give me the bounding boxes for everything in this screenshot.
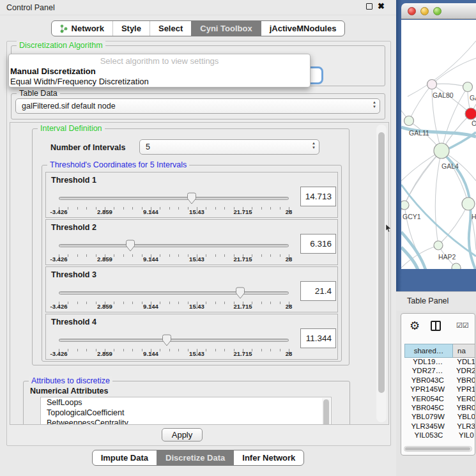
cyni-bottom-tabs: Impute DataDiscretize DataInfer Network [0,450,396,466]
algorithm-option-manual-discretization[interactable]: Manual Discretization [10,66,309,77]
cell-name: YLR3 [451,422,475,431]
network-node-gal80[interactable] [427,80,437,89]
table-horizontal-scrollbar[interactable] [404,446,472,452]
slider-track[interactable] [59,291,289,295]
table-data-group-title: Table Data [17,89,60,98]
threshold-slider[interactable] [59,192,289,206]
tab-label: Network [72,24,104,33]
network-node-gal11[interactable] [404,116,414,126]
cell-name: YDR2 [450,367,475,376]
network-node-gal4[interactable] [434,143,449,158]
checkbox-icons[interactable]: ☑☑ [456,321,469,330]
bottom-tab-impute-data[interactable]: Impute Data [93,450,157,465]
network-edge[interactable] [432,58,476,84]
cell-name: YBR0 [450,376,475,385]
network-edge[interactable] [409,84,432,121]
network-node-ga[interactable] [463,82,473,92]
table-row[interactable]: YBR043CYBR0 [404,376,475,385]
float-window-icon[interactable] [366,3,372,10]
network-node-c[interactable] [465,108,476,119]
tab-label: Select [158,24,183,33]
network-node[interactable] [452,263,461,269]
slider-thumb-icon[interactable] [162,334,172,346]
control-panel-tabs: NetworkStyleSelectCyni ToolboxjActiveMNo… [0,20,396,36]
threshold-value-input[interactable]: 6.316 [300,234,336,254]
zoom-traffic-light-icon[interactable] [433,7,441,15]
table-row[interactable]: YIL053CYIL0 [404,431,475,440]
threshold-slider[interactable] [59,287,289,301]
algorithm-group-title: Discretization Algorithm [17,41,105,50]
table-row[interactable]: YBL079WYBL0 [404,413,475,422]
threshold-slider[interactable] [59,334,289,348]
threshold-value-input[interactable]: 21.4 [300,281,336,301]
tab-label: jActiveMNodules [270,24,337,33]
list-scrollbar-thumb[interactable] [323,399,329,425]
table-data-combo[interactable]: galFiltered.sif default node ▲▼ [15,98,380,114]
column-header-na[interactable]: na [453,344,475,358]
close-icon[interactable]: ✖ [378,3,385,10]
slider-thumb-icon[interactable] [187,192,196,204]
algorithm-option-equal-width-frequency-discretization[interactable]: Equal Width/Frequency Discretization [10,77,309,87]
settings-scrollbar[interactable] [376,125,387,422]
column-header-shared-[interactable]: shared… [404,344,453,358]
network-node-hap2[interactable] [434,241,443,250]
slider-track[interactable] [59,244,289,247]
cell-name: YIL0 [453,431,474,440]
minimize-traffic-light-icon[interactable] [420,7,429,15]
threshold-value-input[interactable]: 14.713 [300,187,336,206]
close-traffic-light-icon[interactable] [408,7,416,15]
settings-scroll-area: Interval Definition Number of Intervals … [10,122,389,425]
cell-shared-name: YPR145W [404,385,450,394]
list-scrollbar[interactable] [322,398,330,425]
network-window-titlebar[interactable] [401,3,476,19]
tab-select[interactable]: Select [150,21,191,36]
network-edge[interactable] [432,84,468,87]
cell-name: YDL1 [451,358,475,367]
tab-cyni-toolbox[interactable]: Cyni Toolbox [191,21,260,36]
table-row[interactable]: YPR145WYPR1 [404,385,475,394]
slider-track[interactable] [59,339,289,342]
threshold-value-input[interactable]: 11.344 [300,328,336,348]
settings-scrollbar-thumb[interactable] [378,132,385,393]
list-item-selfloops[interactable]: SelfLoops [41,397,331,408]
slider-thumb-icon[interactable] [236,287,245,299]
bottom-tab-discretize-data[interactable]: Discretize Data [157,450,233,465]
network-node-gcy1[interactable] [401,201,409,210]
table-row[interactable]: YDL19…YDL1 [404,358,475,367]
tab-network[interactable]: Network [52,21,112,36]
table-row[interactable]: YLR345WYLR3 [404,422,475,431]
numerical-attributes-list[interactable]: SelfLoopsTopologicalCoefficientBetweenne… [40,397,332,425]
bottom-tab-infer-network[interactable]: Infer Network [233,450,303,465]
tab-label: Discretize Data [165,453,225,463]
list-item-betweennesscentrality[interactable]: BetweennessCentrality [41,418,331,425]
threshold-label: Threshold 2 [51,223,96,232]
combo-stepper-icon[interactable]: ▲▼ [312,141,316,150]
network-canvas[interactable]: GAL80GACGAL11GAL4GCY1HHAP2 [401,20,476,269]
split-view-icon[interactable] [431,321,441,331]
table-horizontal-scrollbar-thumb[interactable] [405,447,470,450]
table-row[interactable]: YBR045CYBR0 [404,404,475,413]
tab-style[interactable]: Style [112,21,150,36]
attributes-group-title: Attributes to discretize [29,376,112,385]
gear-icon[interactable]: ⚙ [410,319,420,332]
network-edge[interactable] [441,151,468,204]
algorithm-dropdown-popup: Select algorithm to view settings Manual… [8,54,311,88]
slider-thumb-icon[interactable] [125,240,135,252]
tab-jactivemnodules[interactable]: jActiveMNodules [261,21,345,36]
slider-track[interactable] [59,197,289,200]
combo-stepper-icon[interactable]: ▲▼ [372,100,376,109]
network-node-h[interactable] [462,197,475,210]
apply-button[interactable]: Apply [162,428,203,441]
table-row[interactable]: YER054CYER0 [404,395,475,404]
popup-hint: Select algorithm to view settings [9,56,310,66]
table-panel-title: Table Panel [407,296,449,305]
table-data-combo-value: galFiltered.sif default node [22,102,116,111]
threshold-slider[interactable] [59,240,289,254]
table-row[interactable]: YDR27…YDR2 [404,367,475,376]
node-label: GA [470,94,476,102]
threshold-label: Threshold 4 [51,318,96,326]
network-edge[interactable] [435,151,441,245]
list-item-topologicalcoefficient[interactable]: TopologicalCoefficient [41,408,331,418]
num-intervals-combo[interactable]: 5 ▲▼ [139,139,319,155]
slider-tick-labels: -3.4262.8599.14415.4321.71528 [59,303,289,311]
